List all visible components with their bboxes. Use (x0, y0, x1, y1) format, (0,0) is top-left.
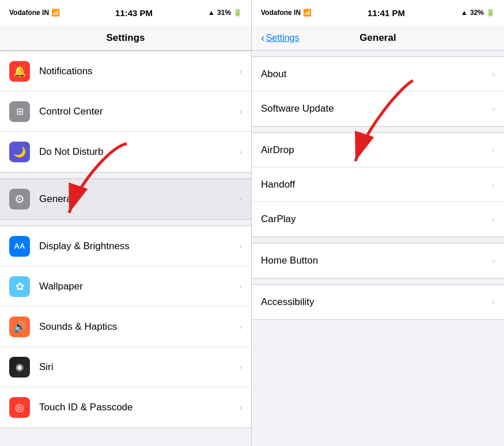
back-button[interactable]: ‹ Settings (261, 31, 299, 44)
right-time: 11:41 PM (367, 8, 405, 18)
left-location-icon: ▲ (208, 9, 215, 17)
settings-row-touch-id[interactable]: ◎ Touch ID & Passcode › (0, 387, 251, 428)
right-status-bar: Vodafone IN 📶 11:41 PM ▲ 32% 🔋 (252, 0, 504, 25)
about-label: About (261, 68, 492, 80)
left-wifi-icon: 📶 (51, 9, 60, 17)
left-separator-2 (0, 220, 251, 226)
display-chevron: › (239, 241, 242, 251)
right-spacer-3 (252, 237, 504, 243)
left-battery-icon: 🔋 (233, 9, 242, 17)
settings-row-control-center[interactable]: ⊞ Control Center › (0, 92, 251, 132)
left-separator-1 (0, 173, 251, 178)
handoff-chevron: › (492, 180, 495, 190)
right-wifi-icon: 📶 (303, 9, 312, 17)
handoff-label: Handoff (261, 179, 492, 190)
left-carrier: Vodafone IN (9, 9, 49, 17)
touch-id-chevron: › (239, 402, 242, 413)
wallpaper-chevron: › (239, 281, 242, 292)
wallpaper-icon: ✿ (9, 276, 30, 297)
left-time: 11:43 PM (115, 8, 153, 18)
airdrop-chevron: › (492, 145, 495, 155)
siri-label: Siri (39, 361, 239, 373)
general-row-carplay[interactable]: CarPlay › (252, 202, 504, 237)
general-chevron: › (239, 194, 242, 204)
general-row-handoff[interactable]: Handoff › (252, 167, 504, 202)
general-group-2: AirDrop › Handoff › CarPlay › (252, 132, 504, 237)
left-nav-header: Settings (0, 25, 251, 51)
left-settings-list: 🔔 Notifications › ⊞ Control Center › 🌙 D… (0, 51, 251, 446)
control-center-icon: ⊞ (9, 101, 30, 122)
left-settings-group-top: 🔔 Notifications › ⊞ Control Center › 🌙 D… (0, 51, 251, 173)
touch-id-icon: ◎ (9, 397, 30, 418)
right-battery-icon: 🔋 (486, 9, 495, 17)
home-button-chevron: › (492, 256, 495, 266)
general-row-airdrop[interactable]: AirDrop › (252, 133, 504, 167)
general-row-software-update[interactable]: Software Update › (252, 92, 504, 126)
left-status-bar: Vodafone IN 📶 11:43 PM ▲ 31% 🔋 (0, 0, 251, 25)
left-status-right: ▲ 31% 🔋 (208, 9, 242, 17)
general-row-accessibility[interactable]: Accessibility › (252, 285, 504, 319)
general-group-3: Home Button › (252, 243, 504, 279)
do-not-disturb-icon: 🌙 (9, 142, 30, 162)
settings-row-do-not-disturb[interactable]: 🌙 Do Not Disturb › (0, 132, 251, 172)
left-settings-group-general: ⚙ General › (0, 178, 251, 220)
right-battery: 32% (470, 9, 484, 17)
about-chevron: › (492, 69, 495, 79)
general-settings-list: About › Software Update › AirDrop › Hand… (252, 51, 504, 446)
right-status-left: Vodafone IN 📶 (261, 9, 312, 17)
notifications-icon: 🔔 (9, 61, 30, 82)
general-icon: ⚙ (9, 189, 30, 209)
general-row-home-button[interactable]: Home Button › (252, 243, 504, 278)
control-center-label: Control Center (39, 106, 239, 117)
settings-row-general[interactable]: ⚙ General › (0, 179, 251, 219)
sounds-label: Sounds & Haptics (39, 321, 239, 333)
settings-row-siri[interactable]: ◉ Siri › (0, 347, 251, 387)
display-label: Display & Brightness (39, 241, 239, 252)
right-carrier: Vodafone IN (261, 9, 301, 17)
left-phone-panel: Vodafone IN 📶 11:43 PM ▲ 31% 🔋 Settings … (0, 0, 252, 446)
back-label: Settings (266, 33, 300, 43)
carplay-chevron: › (492, 214, 495, 224)
siri-chevron: › (239, 362, 242, 372)
display-icon: AA (9, 236, 30, 257)
right-phone-panel: Vodafone IN 📶 11:41 PM ▲ 32% 🔋 ‹ Setting… (252, 0, 504, 446)
sounds-icon: 🔊 (9, 317, 30, 337)
right-status-right: ▲ 32% 🔋 (461, 9, 495, 17)
general-row-about[interactable]: About › (252, 57, 504, 92)
general-label: General (39, 193, 239, 205)
right-nav-header: ‹ Settings General (252, 25, 504, 51)
sounds-chevron: › (239, 322, 242, 332)
settings-row-sounds[interactable]: 🔊 Sounds & Haptics › (0, 307, 251, 347)
general-group-1: About › Software Update › (252, 56, 504, 127)
notifications-chevron: › (239, 66, 242, 77)
settings-row-display[interactable]: AA Display & Brightness › (0, 226, 251, 266)
do-not-disturb-label: Do Not Disturb (39, 146, 239, 158)
right-spacer-top (252, 51, 504, 56)
wallpaper-label: Wallpaper (39, 281, 239, 292)
right-spacer-2 (252, 127, 504, 132)
home-button-label: Home Button (261, 255, 492, 266)
left-nav-title: Settings (106, 32, 145, 44)
carplay-label: CarPlay (261, 214, 492, 225)
settings-row-wallpaper[interactable]: ✿ Wallpaper › (0, 266, 251, 307)
touch-id-label: Touch ID & Passcode (39, 402, 239, 413)
back-chevron-icon: ‹ (261, 31, 265, 44)
right-nav-title: General (359, 32, 396, 44)
airdrop-label: AirDrop (261, 144, 492, 156)
control-center-chevron: › (239, 106, 242, 117)
accessibility-label: Accessibility (261, 296, 492, 308)
left-battery: 31% (217, 9, 231, 17)
left-settings-group-display: AA Display & Brightness › ✿ Wallpaper › … (0, 226, 251, 428)
accessibility-chevron: › (492, 297, 495, 307)
siri-icon: ◉ (9, 357, 30, 378)
left-status-left: Vodafone IN 📶 (9, 9, 60, 17)
do-not-disturb-chevron: › (239, 147, 242, 157)
notifications-label: Notifications (39, 66, 239, 77)
right-location-icon: ▲ (461, 9, 468, 17)
software-update-chevron: › (492, 104, 495, 114)
settings-row-notifications[interactable]: 🔔 Notifications › (0, 51, 251, 92)
general-group-4: Accessibility › (252, 284, 504, 320)
right-spacer-4 (252, 279, 504, 284)
software-update-label: Software Update (261, 103, 492, 115)
